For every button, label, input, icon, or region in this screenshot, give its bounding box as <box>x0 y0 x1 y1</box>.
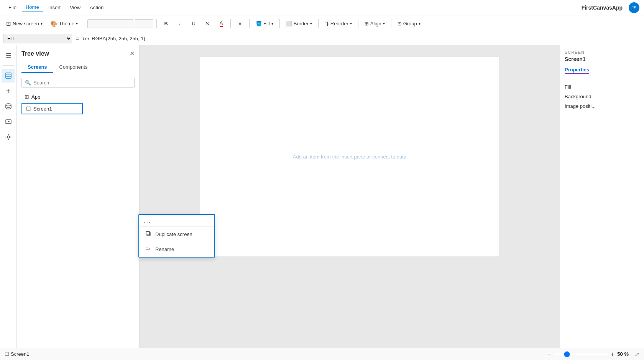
right-panel-section: SCREEN <box>565 50 639 54</box>
zoom-controls: − + 50 % <box>547 351 629 358</box>
font-size-input[interactable] <box>135 19 153 28</box>
align-prop-icon: ⊞ <box>365 21 369 26</box>
underline-button[interactable]: U <box>187 18 200 30</box>
font-color-icon: A <box>220 20 223 27</box>
user-avatar[interactable]: JS <box>629 2 639 13</box>
group-icon: ⊡ <box>398 21 402 26</box>
tree-item-app-label: App <box>31 94 40 100</box>
sidebar-media-icon[interactable] <box>2 115 15 129</box>
theme-label: Theme <box>59 21 74 26</box>
theme-button[interactable]: 🎨 Theme ▾ <box>47 19 81 29</box>
screen1-label: Screen1 <box>33 106 52 112</box>
reorder-caret: ▾ <box>350 21 352 26</box>
strikethrough-icon: S̶ <box>206 21 209 26</box>
zoom-value: 50 % <box>617 351 629 357</box>
toolbar-divider-5 <box>279 19 280 28</box>
menu-item-view[interactable]: View <box>66 3 84 12</box>
fx-dropdown[interactable]: ▾ <box>87 36 89 41</box>
rename-label: Rename <box>155 246 174 252</box>
formula-fx-label[interactable]: fx ▾ <box>83 36 89 41</box>
tree-title: Tree view <box>21 50 49 57</box>
sidebar-hamburger-icon[interactable]: ☰ <box>2 48 15 62</box>
duplicate-screen-item[interactable]: Duplicate screen <box>139 227 214 242</box>
svg-rect-16 <box>146 247 151 247</box>
right-panel-tab[interactable]: Properties <box>565 67 589 74</box>
bold-button[interactable]: B <box>160 18 172 30</box>
align-prop-button[interactable]: ⊞ Align ▾ <box>361 19 388 28</box>
font-family-input[interactable] <box>87 19 133 28</box>
fill-button[interactable]: 🪣 Fill ▾ <box>253 19 276 28</box>
toolbar-divider-3 <box>230 19 231 28</box>
group-caret: ▾ <box>419 21 421 26</box>
align-prop-label: Align <box>370 21 381 26</box>
strikethrough-button[interactable]: S̶ <box>201 18 214 30</box>
sidebar-layers-icon[interactable] <box>2 69 15 83</box>
svg-rect-15 <box>146 249 149 250</box>
sidebar-add-icon[interactable]: + <box>2 84 15 98</box>
zoom-plus-button[interactable]: + <box>611 351 614 358</box>
svg-point-3 <box>6 104 11 106</box>
expand-button[interactable]: ⤢ <box>635 351 639 357</box>
toolbar-divider-4 <box>249 19 250 28</box>
zoom-slider[interactable] <box>554 353 608 355</box>
right-panel-background[interactable]: Background <box>565 94 639 99</box>
font-color-button[interactable]: A <box>215 18 227 30</box>
group-button[interactable]: ⊡ Group ▾ <box>394 19 424 28</box>
search-icon: 🔍 <box>25 80 31 86</box>
svg-marker-5 <box>8 121 10 122</box>
search-input[interactable] <box>33 80 131 86</box>
zoom-minus-button[interactable]: − <box>547 351 551 358</box>
right-panel-image-position[interactable]: Image positi... <box>565 103 639 109</box>
rename-item[interactable]: Rename <box>139 242 214 257</box>
right-panel-fill[interactable]: Fill <box>565 84 639 90</box>
fill-caret: ▾ <box>271 21 273 26</box>
italic-icon: i <box>179 21 181 26</box>
canvas-frame[interactable]: Add an item from the insert pane or conn… <box>200 57 499 256</box>
tree-item-screen1[interactable]: ☐ Screen1 <box>21 103 83 114</box>
formula-equals: = <box>74 36 80 42</box>
theme-caret: ▾ <box>76 21 78 26</box>
svg-rect-12 <box>146 231 150 235</box>
underline-icon: U <box>192 21 195 26</box>
zoom-percent: % <box>624 351 629 357</box>
tree-panel: Tree view ✕ Screens Components 🔍 ⊞ App ☐… <box>17 45 140 348</box>
rename-icon <box>145 246 151 253</box>
formula-property-select[interactable]: Fill <box>3 34 72 43</box>
status-screen-label: Screen1 <box>11 351 29 357</box>
toolbar-divider-1 <box>84 19 84 28</box>
right-panel: SCREEN Screen1 Properties Fill Backgroun… <box>560 45 644 348</box>
app-icon: ⊞ <box>25 94 29 100</box>
status-bar: ☐ Screen1 − + 50 % ⤢ <box>0 348 644 360</box>
sidebar-data-icon[interactable] <box>2 99 15 113</box>
app-name: FirstCanvasApp <box>582 5 623 11</box>
border-label: Border <box>294 21 309 26</box>
canvas-placeholder: Add an item from the insert pane or conn… <box>293 154 406 160</box>
tab-components[interactable]: Components <box>53 62 94 73</box>
reorder-button[interactable]: ⇅ Reorder ▾ <box>322 19 355 28</box>
tree-tabs: Screens Components <box>21 62 135 73</box>
sidebar-tools-icon[interactable] <box>2 130 15 144</box>
svg-point-6 <box>7 136 10 138</box>
italic-button[interactable]: i <box>174 18 186 30</box>
menu-item-home[interactable]: Home <box>22 3 43 12</box>
duplicate-screen-label: Duplicate screen <box>155 231 192 237</box>
menu-item-action[interactable]: Action <box>86 3 107 12</box>
align-button[interactable]: ≡ <box>234 18 246 30</box>
border-button[interactable]: ⬜ Border ▾ <box>283 19 315 28</box>
bold-icon: B <box>164 21 168 26</box>
border-icon: ⬜ <box>286 21 292 26</box>
tab-screens[interactable]: Screens <box>21 62 53 73</box>
formula-input[interactable] <box>92 36 641 41</box>
menu-item-insert[interactable]: Insert <box>44 3 65 12</box>
left-sidebar: ☰ + <box>0 45 17 348</box>
new-screen-icon: ⊡ <box>6 20 11 27</box>
menu-item-file[interactable]: File <box>5 3 20 12</box>
svg-rect-14 <box>146 248 148 248</box>
new-screen-button[interactable]: ⊡ New screen ▾ <box>3 19 46 29</box>
canvas-area: Add an item from the insert pane or conn… <box>140 45 560 348</box>
fill-label: Fill <box>263 21 270 26</box>
reorder-label: Reorder <box>330 21 348 26</box>
tree-close-button[interactable]: ✕ <box>130 50 135 57</box>
tree-item-app[interactable]: ⊞ App <box>21 92 135 101</box>
context-menu-dots[interactable]: ... <box>139 215 214 227</box>
